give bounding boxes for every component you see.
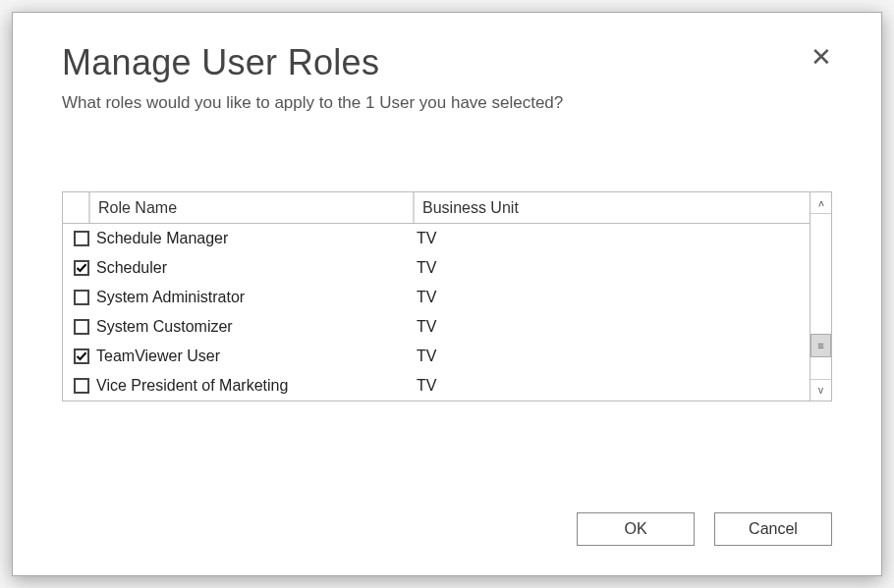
roles-table: Role Name Business Unit Schedule Manager… [62, 191, 832, 401]
vertical-scrollbar[interactable]: ʌ ≡ v [810, 192, 831, 401]
role-name-cell: TeamViewer User [94, 347, 415, 365]
table-row[interactable]: SchedulerTV [63, 253, 810, 283]
table-row[interactable]: TeamViewer UserTV [63, 342, 810, 371]
table-row[interactable]: Vice President of MarketingTV [63, 371, 810, 401]
business-unit-cell: TV [415, 230, 810, 247]
table-body: Schedule ManagerTVSchedulerTVSystem Admi… [63, 224, 810, 401]
table-header: Role Name Business Unit [63, 192, 810, 224]
dialog-title: Manage User Roles [62, 42, 832, 83]
header-checkbox-col [63, 192, 88, 223]
table-row[interactable]: Schedule ManagerTV [63, 224, 810, 253]
role-checkbox[interactable] [74, 319, 89, 335]
close-icon[interactable]: ✕ [810, 44, 832, 70]
business-unit-cell: TV [415, 377, 810, 395]
scroll-up-button[interactable]: ʌ [810, 192, 831, 214]
row-checkbox-cell [69, 319, 94, 335]
scroll-down-button[interactable]: v [810, 379, 831, 401]
dialog-subtitle: What roles would you like to apply to th… [62, 93, 832, 113]
business-unit-cell: TV [415, 347, 810, 365]
roles-table-area: Role Name Business Unit Schedule Manager… [63, 192, 810, 401]
ok-button[interactable]: OK [577, 512, 695, 546]
role-name-cell: System Administrator [94, 289, 415, 306]
table-row[interactable]: System CustomizerTV [63, 312, 810, 342]
role-checkbox[interactable] [74, 348, 89, 364]
dialog-footer: OK Cancel [62, 473, 832, 546]
role-name-cell: Scheduler [94, 259, 415, 277]
header-business-unit[interactable]: Business Unit [413, 192, 810, 223]
business-unit-cell: TV [415, 318, 810, 336]
role-checkbox[interactable] [74, 231, 89, 246]
scroll-track[interactable]: ≡ [810, 214, 831, 379]
role-checkbox[interactable] [74, 378, 89, 394]
business-unit-cell: TV [415, 259, 810, 277]
scroll-thumb[interactable]: ≡ [810, 334, 831, 357]
cancel-button[interactable]: Cancel [714, 512, 832, 546]
row-checkbox-cell [69, 231, 94, 246]
role-checkbox[interactable] [74, 260, 89, 276]
row-checkbox-cell [69, 290, 94, 305]
header-role-name[interactable]: Role Name [88, 192, 413, 223]
role-checkbox[interactable] [74, 290, 89, 305]
role-name-cell: Vice President of Marketing [94, 377, 415, 395]
row-checkbox-cell [69, 378, 94, 394]
business-unit-cell: TV [415, 289, 810, 306]
role-name-cell: System Customizer [94, 318, 415, 336]
row-checkbox-cell [69, 348, 94, 364]
role-name-cell: Schedule Manager [94, 230, 415, 247]
table-row[interactable]: System AdministratorTV [63, 283, 810, 312]
manage-user-roles-dialog: ✕ Manage User Roles What roles would you… [12, 12, 882, 576]
row-checkbox-cell [69, 260, 94, 276]
